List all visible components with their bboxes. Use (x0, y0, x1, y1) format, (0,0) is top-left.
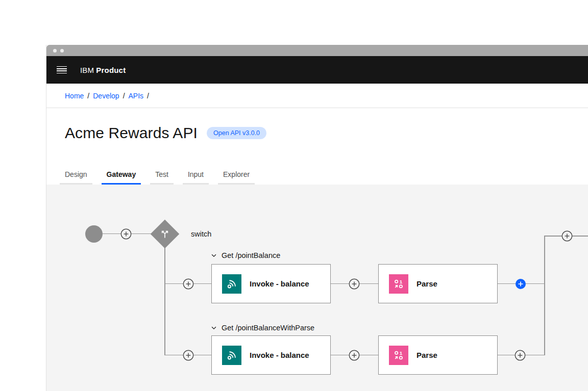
parse-icon: 1 (389, 274, 408, 294)
breadcrumb: Home/Develop/APIs/ (65, 92, 153, 100)
page-title: Acme Rewards API (65, 124, 198, 142)
breadcrumb-separator: / (87, 92, 89, 100)
add-node-icon[interactable] (561, 230, 573, 242)
invoke-icon (222, 274, 241, 294)
chevron-down-icon[interactable] (210, 324, 217, 331)
branch-label-text: Get /pointBalanceWithParse (222, 324, 314, 332)
breadcrumb-separator: / (147, 92, 149, 100)
svg-text:1: 1 (400, 350, 403, 355)
start-node[interactable] (85, 225, 103, 243)
breadcrumb-bar: Home/Develop/APIs/ (46, 84, 588, 108)
add-node-icon[interactable] (183, 350, 194, 361)
add-node-icon[interactable] (183, 278, 194, 290)
connector-line (544, 236, 545, 355)
node-label: Invoke - balance (250, 279, 309, 288)
parse-icon: 1 (389, 346, 408, 365)
tab-input[interactable]: Input (183, 170, 209, 185)
brand-prefix: IBM (80, 66, 94, 74)
svg-text:1: 1 (400, 278, 403, 284)
window-control-dot[interactable] (53, 49, 57, 53)
branch-label-pointbalancewithparse: Get /pointBalanceWithParse (210, 323, 314, 332)
api-version-badge: Open API v3.0.0 (207, 127, 266, 139)
tab-gateway[interactable]: Gateway (102, 170, 141, 185)
brand-name: Product (96, 66, 126, 74)
add-node-icon[interactable] (349, 278, 360, 290)
connector-line (164, 244, 165, 355)
screenshot-stage: IBMProduct Home/Develop/APIs/ Acme Rewar… (0, 0, 588, 391)
node-label: Invoke - balance (250, 351, 309, 359)
app-header: IBMProduct (46, 56, 588, 84)
node-label: Parse (416, 351, 437, 359)
tab-test[interactable]: Test (150, 170, 174, 185)
switch-node-label: switch (191, 230, 211, 238)
node-invoke-balance[interactable]: Invoke - balance (211, 264, 331, 303)
hamburger-menu-icon[interactable] (57, 66, 67, 74)
window-control-dot[interactable] (60, 49, 64, 53)
breadcrumb-separator: / (123, 92, 125, 100)
window-titlebar (46, 45, 588, 56)
node-parse[interactable]: 1 Parse (378, 264, 498, 303)
breadcrumb-home[interactable]: Home (65, 92, 84, 100)
branch-label-text: Get /pointBalance (222, 251, 280, 259)
brand: IBMProduct (80, 66, 126, 74)
title-section: Acme Rewards API Open API v3.0.0 Design … (46, 108, 588, 185)
tab-design[interactable]: Design (60, 170, 92, 185)
fork-icon (160, 229, 170, 239)
tab-bar: Design Gateway Test Input Explorer (60, 170, 264, 185)
switch-node[interactable] (151, 219, 180, 248)
breadcrumb-develop[interactable]: Develop (93, 92, 119, 100)
node-invoke-balance[interactable]: Invoke - balance (211, 335, 331, 375)
chevron-down-icon[interactable] (210, 252, 217, 259)
add-node-icon-active[interactable] (515, 278, 526, 290)
add-node-icon[interactable] (120, 228, 132, 240)
node-parse[interactable]: 1 Parse (378, 335, 498, 375)
node-label: Parse (416, 279, 437, 288)
branch-label-pointbalance: Get /pointBalance (210, 251, 280, 260)
add-node-icon[interactable] (514, 350, 526, 361)
tab-explorer[interactable]: Explorer (218, 170, 255, 185)
invoke-icon (222, 346, 241, 365)
add-node-icon[interactable] (349, 350, 360, 361)
app-window: IBMProduct Home/Develop/APIs/ Acme Rewar… (46, 45, 588, 391)
breadcrumb-apis[interactable]: APIs (129, 92, 144, 100)
flow-canvas[interactable]: switch Get /pointBalance (46, 185, 588, 391)
